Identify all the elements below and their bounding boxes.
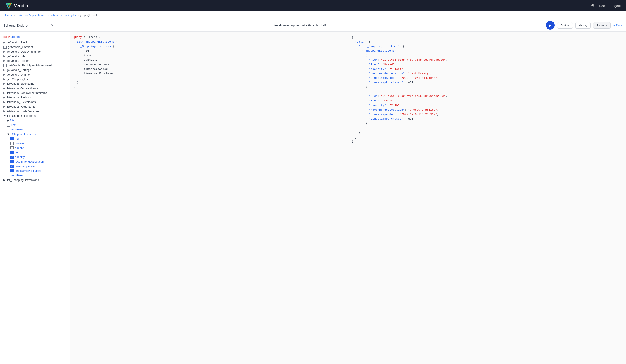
history-button[interactable]: History bbox=[575, 22, 591, 29]
schema-item-listVendia_FolderVersions[interactable]: ▶ listVendia_FolderVersions bbox=[0, 109, 70, 113]
schema-item-getVendia_UniInfo[interactable]: ▶ getVendia_UniInfo bbox=[0, 72, 70, 77]
logo-text: Vendia bbox=[14, 3, 28, 8]
schema-item-getVendia_File[interactable]: ▶ getVendia_File bbox=[0, 54, 70, 59]
check-icon-checked: ✓ bbox=[10, 137, 13, 140]
schema-item-timestampAdded[interactable]: ✓ timestampAdded bbox=[0, 164, 70, 169]
main-layout: query allItems ▶ getVendia_Block getVend… bbox=[0, 32, 626, 364]
schema-item-recommendedLocation[interactable]: ✓ recommendedLocation bbox=[0, 159, 70, 164]
toolbar: Schema Explorer ✕ test-brian-shopping-li… bbox=[0, 19, 626, 32]
docs-side-button[interactable]: ◀ Docs bbox=[613, 24, 623, 27]
settings-icon[interactable]: ⚙ bbox=[591, 3, 594, 8]
expand-icon: ▶ bbox=[3, 59, 5, 62]
nav-right: ⚙ Docs Logout bbox=[591, 3, 621, 8]
check-icon-checked: ✓ bbox=[10, 165, 13, 168]
expand-icon: ▶ bbox=[3, 55, 5, 58]
logout-link[interactable]: Logout bbox=[611, 4, 621, 8]
schema-item-listVendia_FileItems[interactable]: ▶ listVendia_FileItems bbox=[0, 95, 70, 100]
explorer-button[interactable]: Explorer bbox=[593, 22, 610, 29]
check-icon-checked: ✓ bbox=[10, 151, 13, 154]
breadcrumb-sep3: › bbox=[78, 13, 78, 17]
expand-icon: ▶ bbox=[3, 50, 5, 53]
prettify-button[interactable]: Prettify bbox=[557, 22, 573, 29]
query-keyword-code: query bbox=[73, 36, 82, 39]
breadcrumb: Home › Universal Applications › test-bri… bbox=[0, 11, 626, 19]
expand-icon: ▶ bbox=[3, 105, 5, 108]
expand-icon: ▶ bbox=[3, 91, 5, 94]
schema-item-listVendia_DeploymentInfoItems[interactable]: ▶ listVendia_DeploymentInfoItems bbox=[0, 91, 70, 95]
query-keyword: query bbox=[3, 35, 11, 38]
schema-item-nextToken2[interactable]: nextToken bbox=[0, 173, 70, 178]
schema-panel: query allItems ▶ getVendia_Block getVend… bbox=[0, 32, 70, 364]
schema-item-limit[interactable]: limit: bbox=[0, 123, 70, 127]
schema-item-getVendia_ParticipantAddsAllowed[interactable]: getVendia_ParticipantAddsAllowed bbox=[0, 63, 70, 68]
nav-left: Vendia bbox=[5, 2, 28, 9]
schema-explorer-title: Schema Explorer bbox=[3, 24, 47, 27]
docs-link[interactable]: Docs bbox=[599, 4, 606, 8]
schema-item-timestampPurchased[interactable]: ✓ timestampPurchased bbox=[0, 169, 70, 173]
expand-icon: ▶ bbox=[3, 78, 5, 80]
check-icon bbox=[3, 46, 6, 49]
check-icon-checked: ✓ bbox=[10, 169, 13, 172]
top-nav: Vendia ⚙ Docs Logout bbox=[0, 0, 626, 11]
schema-item-getVendia_Settings[interactable]: ▶ getVendia_Settings bbox=[0, 68, 70, 72]
schema-item-item[interactable]: ✓ item bbox=[0, 150, 70, 155]
query-panel[interactable]: query allItems { list_ShoppingListItems … bbox=[70, 32, 348, 364]
check-icon bbox=[3, 64, 6, 67]
check-icon-checked: ✓ bbox=[10, 160, 13, 163]
query-name: allItems bbox=[11, 35, 21, 38]
result-panel: { "data": { "list_ShoppingListItems": { … bbox=[348, 32, 626, 364]
schema-item-get_ShoppingList[interactable]: ▶ get_ShoppingList bbox=[0, 77, 70, 81]
schema-item-getVendia_Contract[interactable]: getVendia_Contract bbox=[0, 45, 70, 49]
node-name: test-brian-shopping-list - ParentalUnit1 bbox=[57, 24, 543, 27]
expand-icon: ▶ bbox=[3, 96, 5, 99]
schema-item-listVendia_BlockItems[interactable]: ▶ listVendia_BlockItems bbox=[0, 81, 70, 86]
schema-item-listVendia_FolderItems[interactable]: ▶ listVendia_FolderItems bbox=[0, 104, 70, 109]
schema-item-nextToken[interactable]: nextToken: bbox=[0, 127, 70, 132]
close-schema-button[interactable]: ✕ bbox=[50, 23, 55, 28]
check-icon bbox=[7, 174, 10, 177]
breadcrumb-sep1: › bbox=[14, 13, 15, 17]
expand-icon: ▶ bbox=[3, 69, 5, 71]
query-editor[interactable]: query allItems { list_ShoppingListItems … bbox=[73, 35, 345, 90]
breadcrumb-home[interactable]: Home bbox=[5, 13, 13, 17]
breadcrumb-universal-apps[interactable]: Universal Applications bbox=[16, 13, 44, 17]
run-button[interactable]: ▶ bbox=[546, 21, 555, 30]
schema-item-filter[interactable]: ▶ filter: bbox=[0, 118, 70, 123]
expand-icon: ▶ bbox=[3, 41, 5, 44]
check-icon-checked: ✓ bbox=[10, 156, 13, 159]
expand-icon: ▶ bbox=[3, 178, 6, 182]
expand-icon: ▶ bbox=[3, 87, 5, 90]
query-label: query allItems bbox=[0, 34, 70, 40]
schema-item-bought[interactable]: bought bbox=[0, 146, 70, 150]
check-icon bbox=[7, 123, 10, 127]
schema-item-listVendia_ContractItems[interactable]: ▶ listVendia_ContractItems bbox=[0, 86, 70, 91]
expand-icon: ▶ bbox=[3, 73, 5, 76]
check-icon bbox=[10, 142, 13, 145]
expand-icon: ▶ bbox=[3, 82, 5, 85]
breadcrumb-current: graphQL explorer bbox=[80, 13, 102, 17]
schema-item-_ShoppingListItems[interactable]: ▼ _ShoppingListItems bbox=[0, 132, 70, 136]
schema-item-getVendia_Block[interactable]: ▶ getVendia_Block bbox=[0, 40, 70, 45]
schema-item-quantity[interactable]: ✓ quantity bbox=[0, 155, 70, 159]
expand-icon: ▶ bbox=[7, 119, 9, 122]
schema-item-_owner[interactable]: _owner bbox=[0, 141, 70, 146]
schema-item-_id[interactable]: ✓ _id bbox=[0, 136, 70, 141]
play-icon: ▶ bbox=[549, 23, 551, 28]
check-icon bbox=[7, 128, 10, 131]
schema-item-list_ShoppingListVersions[interactable]: ▶ list_ShoppingListVersions bbox=[0, 178, 70, 182]
breadcrumb-sep2: › bbox=[45, 13, 46, 17]
schema-item-getVendia_DeploymentInfo[interactable]: ▶ getVendia_DeploymentInfo bbox=[0, 49, 70, 54]
schema-item-getVendia_Folder[interactable]: ▶ getVendia_Folder bbox=[0, 59, 70, 63]
check-icon bbox=[10, 146, 13, 149]
collapse-icon: ▼ bbox=[7, 132, 10, 136]
schema-item-listVendia_FileVersions[interactable]: ▶ listVendia_FileVersions bbox=[0, 100, 70, 104]
vendia-logo bbox=[5, 2, 12, 9]
schema-item-list_ShoppingListItems[interactable]: ▼ list_ShoppingListItems bbox=[0, 113, 70, 118]
expand-icon: ▶ bbox=[3, 101, 5, 104]
expand-icon: ▶ bbox=[3, 110, 5, 113]
collapse-icon: ▼ bbox=[3, 114, 6, 117]
breadcrumb-app-name[interactable]: test-brian-shopping-list bbox=[48, 13, 77, 17]
